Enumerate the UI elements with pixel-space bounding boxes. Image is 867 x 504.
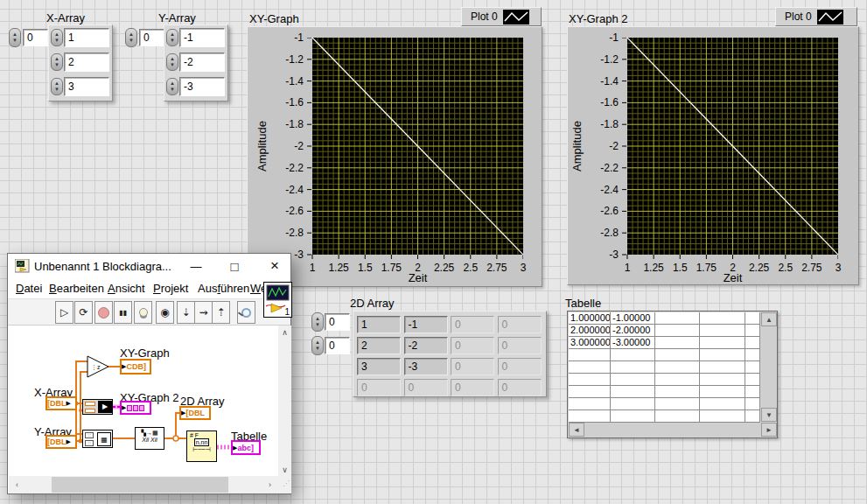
maximize-button[interactable]: □ — [218, 254, 251, 278]
table-cell[interactable] — [700, 337, 745, 349]
table-cell[interactable] — [569, 361, 611, 374]
menu-item-ausführen[interactable]: Ausführen — [195, 281, 252, 296]
table-cell[interactable] — [655, 398, 700, 410]
table-cell[interactable] — [655, 410, 700, 423]
window-titlebar[interactable]: Unbenannt 1 Blockdiagra... — □ × — [8, 254, 290, 279]
scroll-up-icon[interactable]: ▲ — [761, 312, 777, 326]
scroll-right-icon[interactable]: › — [263, 478, 276, 491]
horizontal-scroll-thumb[interactable] — [52, 477, 228, 493]
menu-item-bearbeiten[interactable]: Bearbeiten — [46, 281, 107, 296]
table-cell[interactable] — [745, 410, 760, 423]
highlight-execution-button[interactable] — [134, 301, 152, 324]
table-cell[interactable]: 3.000000 — [569, 337, 611, 349]
table-cell[interactable] — [700, 386, 745, 398]
table-cell[interactable] — [655, 361, 700, 374]
y-array-el1-field[interactable]: -2 — [179, 52, 225, 72]
table-cell[interactable]: -1.00000 — [611, 312, 655, 325]
table-cell[interactable] — [700, 312, 745, 325]
table-cell[interactable] — [700, 349, 745, 361]
y-array-terminal[interactable]: [DBL▶ — [45, 435, 77, 449]
table-cell[interactable] — [745, 374, 760, 386]
xy-graph-legend[interactable]: Plot 0 — [461, 7, 542, 26]
table-cell[interactable] — [745, 349, 760, 361]
scroll-down-icon[interactable]: ▼ — [761, 408, 777, 422]
run-button[interactable]: ▷ — [55, 301, 73, 324]
table-cell[interactable] — [700, 361, 745, 374]
table-cell[interactable]: -2.00000 — [611, 325, 655, 337]
2d-array-row-index-spinner[interactable]: ▲▼ — [311, 312, 324, 332]
x-array-index-spinner[interactable]: ▲▼ — [9, 28, 21, 47]
pause-button[interactable]: ▮▮ — [114, 301, 132, 324]
table-horizontal-scrollbar[interactable]: ◄ ► — [569, 423, 777, 437]
y-array-index-field[interactable]: 0 — [139, 29, 164, 46]
number-to-string-node[interactable]: # F n.nn ⊢┄┄⊣ — [186, 430, 217, 462]
table-cell[interactable] — [745, 337, 760, 349]
x-array-index-field[interactable]: 0 — [23, 29, 48, 46]
y-array-el1-spinner[interactable]: ▲▼ — [166, 53, 178, 71]
table-cell[interactable] — [700, 325, 745, 337]
table-cell[interactable]: 2.000000 — [569, 325, 611, 337]
y-array-el2-spinner[interactable]: ▲▼ — [166, 78, 178, 95]
menu-item-projekt[interactable]: Projekt — [150, 281, 191, 296]
2d-array-col-index-field[interactable]: 0 — [325, 337, 350, 354]
2d-array-col-index-spinner[interactable]: ▲▼ — [311, 336, 324, 355]
y-array-el0-spinner[interactable]: ▲▼ — [166, 29, 178, 46]
close-button[interactable]: × — [258, 254, 291, 278]
interleave-arrays-node[interactable]: ▚→▦ Xii Xii — [135, 427, 164, 450]
table-cell[interactable] — [569, 410, 611, 423]
table-cell[interactable] — [611, 398, 655, 410]
2d-array-terminal[interactable]: ▶[DBL — [179, 406, 211, 420]
window-horizontal-scrollbar[interactable]: ‹ › — [9, 476, 278, 494]
bundle-node[interactable]: ▶ — [82, 399, 113, 415]
table-cell[interactable] — [611, 410, 655, 423]
table-cell[interactable] — [569, 374, 611, 386]
table-cell[interactable] — [655, 349, 700, 361]
scroll-up-icon[interactable]: ∧ — [278, 326, 291, 339]
scroll-left-icon[interactable]: ‹ — [10, 478, 24, 491]
minimize-button[interactable]: — — [179, 254, 213, 278]
zoom-button[interactable] — [237, 301, 255, 324]
scroll-left-icon[interactable]: ◄ — [569, 423, 584, 437]
table-terminal[interactable]: ▶abc] — [231, 440, 261, 455]
table-cell[interactable]: 1.000000 — [569, 312, 611, 325]
table-cell[interactable] — [745, 312, 760, 325]
table-cell[interactable] — [745, 386, 760, 398]
table-cell[interactable]: -3.00000 — [611, 337, 655, 349]
table-vertical-scrollbar[interactable]: ▲ ▼ — [761, 312, 777, 422]
table-cell[interactable] — [655, 325, 700, 337]
step-into-button[interactable]: ⇣ — [177, 301, 195, 324]
xy-graph2-terminal[interactable]: ▶ — [120, 401, 151, 415]
table-cell[interactable] — [745, 398, 760, 410]
y-array-el2-field[interactable]: -3 — [179, 77, 225, 96]
xy-graph-terminal[interactable]: ▶CDB] — [120, 359, 151, 374]
x-array-terminal[interactable]: [DBL▶ — [45, 396, 77, 410]
table-cell[interactable] — [655, 337, 700, 349]
diagram-xy-graph-label[interactable]: XY-Graph — [120, 346, 170, 360]
scroll-down-icon[interactable]: ∨ — [278, 463, 291, 476]
window-vertical-scrollbar[interactable]: ∧ ∨ — [278, 326, 291, 476]
retain-wire-values-button[interactable]: ◉ — [156, 301, 174, 324]
table-cell[interactable] — [745, 325, 760, 337]
table-cell[interactable] — [655, 386, 700, 398]
menu-item-ansicht[interactable]: Ansicht — [105, 281, 148, 296]
2d-array-row-index-field[interactable]: 0 — [325, 313, 350, 331]
build-array-node[interactable]: ∷ ∷ ▦ — [82, 430, 113, 448]
x-array-el2-field[interactable]: 3 — [64, 77, 109, 96]
table-cell[interactable] — [655, 374, 700, 386]
scroll-right-icon[interactable]: ► — [761, 423, 777, 437]
abort-button[interactable] — [94, 301, 113, 324]
y-array-index-spinner[interactable]: ▲▼ — [125, 28, 137, 47]
step-out-button[interactable]: ⇡ — [212, 301, 230, 324]
menu-item-datei[interactable]: Datei — [13, 281, 45, 296]
table-cell[interactable] — [700, 398, 745, 410]
x-array-el0-spinner[interactable]: ▲▼ — [51, 29, 63, 46]
run-continuous-button[interactable]: ⟳ — [74, 301, 93, 324]
table-cell[interactable] — [611, 386, 655, 398]
table-cell[interactable] — [611, 349, 655, 361]
x-array-el1-spinner[interactable]: ▲▼ — [51, 53, 63, 71]
step-over-button[interactable]: ⇝ — [194, 301, 213, 324]
table-cell[interactable] — [745, 361, 760, 374]
table-cell[interactable] — [611, 374, 655, 386]
vi-icon-button[interactable]: 1 — [263, 282, 292, 318]
window-resize-grip[interactable]: ⋰ — [278, 476, 291, 494]
